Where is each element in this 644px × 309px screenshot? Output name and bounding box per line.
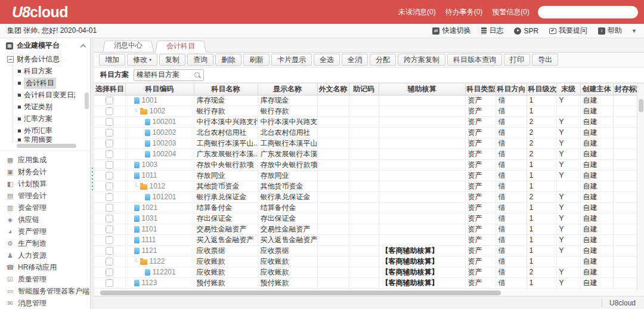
column-header-封存标志[interactable]: 封存标志 [613, 84, 637, 95]
row-checkbox[interactable] [106, 118, 113, 126]
toolbar-button-复制[interactable]: 复制 [159, 54, 185, 66]
row-checkbox[interactable] [106, 140, 113, 147]
table-row[interactable]: └1012其他货币资金其他货币资金资产借1自建 [94, 181, 637, 191]
row-checkbox[interactable] [106, 107, 113, 115]
quicklink-我要提问[interactable]: 我要提问 [549, 26, 587, 36]
table-row[interactable]: 1011存放同业存放同业资产借1Y自建 [94, 170, 637, 181]
row-checkbox[interactable] [106, 268, 113, 276]
table-row[interactable]: 100204广东发展银行本溪...广东发展银行本溪...资产借2Y自建 [94, 149, 637, 159]
column-header-科目名称[interactable]: 科目名称 [194, 84, 258, 95]
table-row[interactable]: 100203工商银行本溪平山...工商银行本溪平山...资产借2Y自建 [94, 138, 637, 149]
row-checkbox[interactable] [106, 97, 113, 104]
tree-horizontal-scrollbar[interactable] [6, 144, 86, 149]
sidebar-module-资金管理[interactable]: ▥资金管理 [0, 202, 90, 214]
grid-horizontal-scrollbar[interactable] [94, 290, 644, 296]
table-row[interactable]: 112201应收账款应收账款【客商辅助核算】资产借2Y自建 [94, 267, 637, 277]
sidebar-module-应用集成[interactable]: ▦应用集成 [0, 154, 90, 166]
row-checkbox[interactable] [106, 279, 113, 287]
column-header-科目编码[interactable]: 科目编码 [125, 84, 194, 95]
notification-stat[interactable]: 未读消息(0) [398, 7, 436, 17]
sidebar-module-质量管理[interactable]: ☑质量管理 [0, 273, 90, 285]
tree-item[interactable]: 科目方案 [13, 65, 90, 77]
toolbar-button-删除[interactable]: 删除 [215, 54, 242, 66]
toolbar-button-分配[interactable]: 分配 [370, 54, 396, 66]
tree-item[interactable]: 会计科目变更日志 [13, 89, 90, 101]
table-row[interactable]: 1001库存现金库存现金资产借1Y自建 [94, 95, 637, 106]
quicklink-快速切换[interactable]: ⇄快速切换 [432, 26, 470, 36]
table-row[interactable]: 1111买入返售金融资产买入返售金融资产资产借1Y自建 [94, 234, 637, 245]
column-header-选择科目[interactable]: 选择科目 [94, 84, 125, 95]
sidebar-module-人力资源[interactable]: ♟人力资源 [0, 249, 90, 261]
table-row[interactable]: 101201银行承兑保证金银行承兑保证金资产借2Y自建 [94, 191, 637, 202]
column-header-创建主体[interactable]: 创建主体 [580, 84, 613, 95]
column-header-科目级次[interactable]: 科目级次 [527, 84, 556, 95]
toolbar-button-刷新[interactable]: 刷新 [243, 54, 270, 66]
row-checkbox[interactable] [106, 193, 113, 201]
global-search-input[interactable] [538, 6, 638, 18]
notification-stat[interactable]: 预警信息(0) [492, 7, 530, 17]
grid-vertical-scrollbar-thumb[interactable] [639, 99, 643, 112]
table-row[interactable]: 1123预付账款预付账款【客商辅助核算】资产借1Y自建 [94, 277, 637, 288]
table-row[interactable]: 1003存放中央银行款项存放中央银行款项资产借1Y自建 [94, 159, 637, 170]
row-checkbox[interactable] [106, 129, 113, 137]
row-checkbox[interactable] [106, 172, 113, 180]
tree-item[interactable]: 凭证类别 [13, 101, 90, 113]
table-row[interactable]: └1122应收账款应收账款【客商辅助核算】资产借1自建 [94, 256, 637, 267]
tree-item[interactable]: 外币汇率 [13, 125, 90, 137]
column-header-助记码[interactable]: 助记码 [349, 84, 379, 95]
sidebar-module-生产制造[interactable]: ⚙生产制造 [0, 237, 90, 249]
toolbar-button-全消[interactable]: 全消 [342, 54, 368, 66]
table-row[interactable]: 100201中行本溪中兴路支行中行本溪中兴路支行资产借2Y自建 [94, 116, 637, 127]
row-checkbox[interactable] [106, 247, 113, 255]
sidebar-module-HR移动应用[interactable]: ☎HR移动应用 [0, 261, 90, 273]
notification-stat[interactable]: 待办事务(0) [445, 7, 483, 17]
column-header-科目方向[interactable]: 科目方向 [496, 84, 527, 95]
table-row[interactable]: 1021结算备付金结算备付金资产借1Y自建 [94, 202, 637, 213]
column-header-外文名称[interactable]: 外文名称 [317, 84, 349, 95]
row-checkbox[interactable] [106, 204, 113, 212]
row-checkbox[interactable] [106, 150, 113, 158]
tree-item[interactable]: 常用摘要 [13, 137, 90, 143]
row-checkbox[interactable] [106, 258, 113, 265]
toolbar-button-科目版本查询[interactable]: 科目版本查询 [447, 54, 502, 66]
toolbar-button-卡片显示[interactable]: 卡片显示 [271, 54, 312, 66]
table-row[interactable]: 1101交易性金融资产交易性金融资产资产借1Y自建 [94, 224, 637, 234]
sidebar-module-供应链[interactable]: ◈供应链 [0, 214, 90, 225]
search-icon[interactable] [194, 72, 201, 79]
tab-会计科目[interactable]: 会计科目 [155, 39, 206, 52]
collapse-chevron-icon[interactable] [80, 44, 86, 50]
row-checkbox[interactable] [106, 215, 113, 223]
toolbar-button-全选[interactable]: 全选 [314, 54, 340, 66]
table-row[interactable]: 1121应收票据应收票据【客商辅助核算】资产借1Y自建 [94, 245, 637, 256]
row-checkbox[interactable] [106, 225, 113, 233]
sidebar-module-管理会计[interactable]: ▤管理会计 [0, 190, 90, 202]
tree-item[interactable]: 汇率方案 [13, 113, 90, 125]
column-header-显示名称[interactable]: 显示名称 [258, 84, 317, 95]
column-header-末级[interactable]: 末级 [556, 84, 580, 95]
table-row[interactable]: 100202北台农村信用社北台农村信用社资产借2Y自建 [94, 127, 637, 138]
toolbar-button-增加[interactable]: 增加 [99, 54, 125, 66]
toolbar-button-跨方案复制[interactable]: 跨方案复制 [398, 54, 445, 66]
grid-horizontal-scrollbar-thumb[interactable] [100, 291, 501, 295]
row-checkbox[interactable] [106, 161, 113, 169]
grid-vertical-scrollbar[interactable] [637, 84, 644, 290]
subject-scheme-input[interactable]: 橡塑科目方案 [134, 69, 204, 81]
sidebar-module-计划预算[interactable]: ◧计划预算 [0, 178, 90, 190]
quicklink-SPR[interactable]: SPR [514, 27, 538, 35]
toolbar-button-导出[interactable]: 导出 [532, 54, 558, 66]
more-caret-icon[interactable]: ▼ [631, 28, 637, 34]
column-header-科目类型[interactable]: 科目类型 [465, 84, 496, 95]
sidebar-module-财务会计[interactable]: ▣财务会计 [0, 166, 90, 178]
tree-horizontal-scrollbar-thumb[interactable] [17, 144, 76, 148]
collapse-box-icon[interactable] [7, 56, 14, 63]
table-row[interactable]: └1002银行存款银行存款资产借1自建 [94, 106, 637, 116]
table-row[interactable]: 1031存出保证金存出保证金资产借1Y自建 [94, 213, 637, 224]
row-checkbox[interactable] [106, 236, 113, 244]
quicklink-日志[interactable]: 日志 [481, 26, 503, 36]
column-header-辅助核算[interactable]: 辅助核算 [379, 84, 465, 95]
tree-vertical-scrollbar-thumb[interactable] [85, 92, 89, 109]
toolbar-button-打印[interactable]: 打印 [504, 54, 530, 66]
sidebar-module-资产管理[interactable]: ◕资产管理 [0, 225, 90, 237]
tab-消息中心[interactable]: 消息中心 [103, 39, 154, 52]
tree-node-finance-accounting-info[interactable]: 财务会计信息 [2, 53, 90, 65]
